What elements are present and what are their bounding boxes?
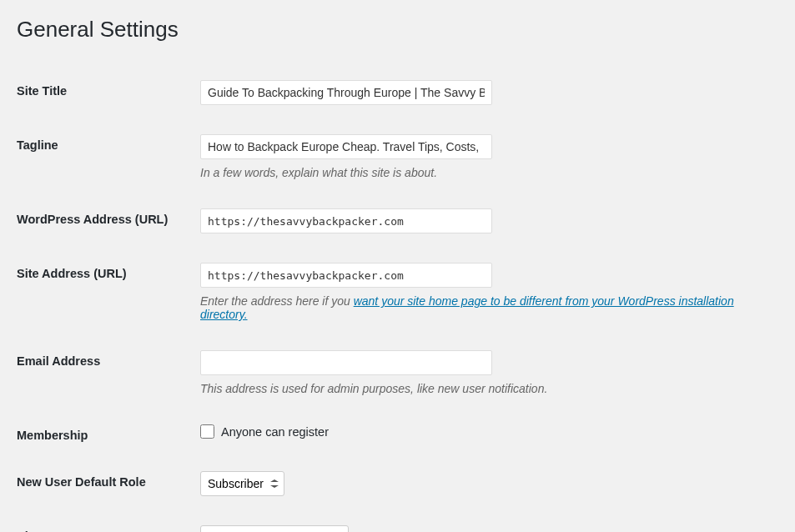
membership-label: Membership [17,412,200,459]
page-title: General Settings [17,17,778,43]
wp-url-label: WordPress Address (URL) [17,196,200,250]
email-description: This address is used for admin purposes,… [200,382,778,395]
site-title-input[interactable] [200,80,492,105]
wp-url-input[interactable] [200,208,492,233]
default-role-label: New User Default Role [17,459,200,513]
membership-checkbox[interactable] [200,424,214,439]
membership-checkbox-text: Anyone can register [221,425,329,439]
site-title-label: Site Title [17,68,200,122]
site-language-label: Site Language [17,513,200,532]
email-input[interactable] [200,350,492,375]
tagline-input[interactable] [200,134,492,159]
default-role-select[interactable]: Subscriber [200,471,284,496]
site-url-input[interactable] [200,263,492,288]
tagline-label: Tagline [17,122,200,196]
site-language-select[interactable]: English (United States) [200,525,349,532]
tagline-description: In a few words, explain what this site i… [200,166,778,179]
email-label: Email Address [17,338,200,412]
membership-checkbox-label[interactable]: Anyone can register [200,424,329,439]
site-url-label: Site Address (URL) [17,250,200,338]
site-url-description: Enter the address here if you want your … [200,294,778,321]
